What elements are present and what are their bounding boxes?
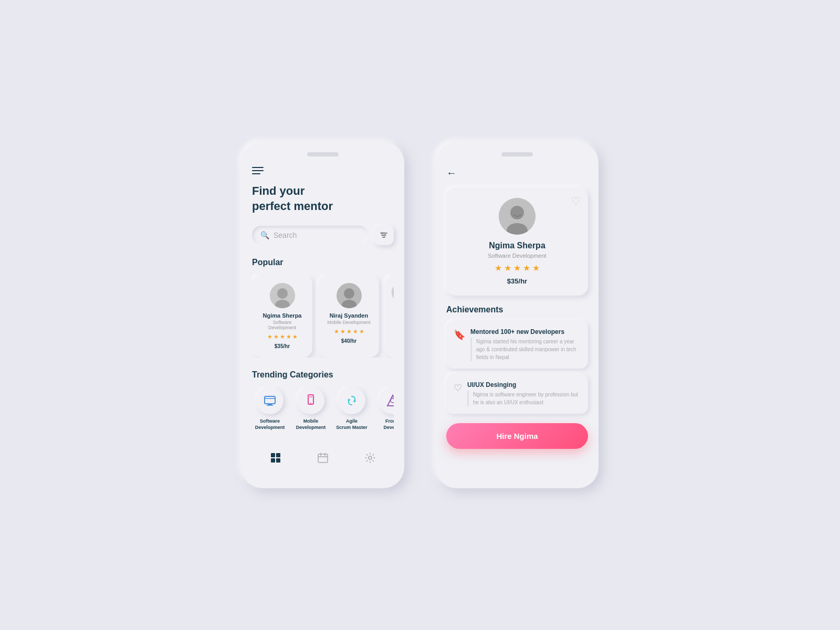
svg-point-18 bbox=[310, 403, 311, 404]
category-agile[interactable]: AgileScrum Master bbox=[334, 387, 370, 430]
mentor-stars-3: ★ bbox=[392, 306, 394, 311]
mentor-stars-2: ★★★★★ bbox=[325, 328, 373, 335]
mentor-card-3: ★ bbox=[385, 275, 394, 358]
achievement-desc-2: Ngima is software engineer by profession… bbox=[473, 391, 581, 406]
achievement-desc-1: Ngima started his mentoring career a yea… bbox=[476, 338, 581, 361]
popular-mentors-row: Ngima Sherpa Software Development ★★★★★ … bbox=[252, 275, 394, 358]
achievement-title-1: Mentored 100+ new Developers bbox=[470, 328, 581, 335]
avatar-1 bbox=[270, 283, 295, 308]
achievement-title-2: UI/UX Desinging bbox=[467, 381, 581, 388]
agile-icon bbox=[338, 387, 365, 414]
achievements-title: Achievements bbox=[446, 305, 588, 314]
bottom-nav bbox=[252, 444, 394, 468]
profile-avatar bbox=[499, 198, 536, 235]
svg-point-4 bbox=[384, 235, 386, 236]
svg-rect-13 bbox=[265, 396, 275, 404]
svg-rect-25 bbox=[276, 453, 280, 457]
phone-notch-right bbox=[501, 152, 533, 156]
mentor-card-1[interactable]: Ngima Sherpa Software Development ★★★★★ … bbox=[252, 275, 312, 358]
menu-icon[interactable] bbox=[252, 167, 394, 174]
avatar-2 bbox=[337, 283, 362, 308]
trending-label: Trending Categories bbox=[252, 370, 394, 380]
category-mobile[interactable]: MobileDevelopment bbox=[293, 387, 329, 430]
achievements-section: Achievements 🔖 Mentored 100+ new Develop… bbox=[446, 305, 588, 414]
svg-point-11 bbox=[392, 283, 394, 302]
back-button[interactable]: ← bbox=[446, 167, 588, 179]
software-icon bbox=[256, 387, 284, 414]
mentor-specialty-2: Mobile Development bbox=[325, 320, 373, 325]
agile-label: AgileScrum Master bbox=[334, 418, 370, 430]
categories-row: SoftwareDevelopment MobileDevelopment bbox=[252, 387, 394, 430]
profile-rate: $35/hr bbox=[455, 277, 580, 285]
svg-point-9 bbox=[344, 288, 354, 299]
category-software[interactable]: SoftwareDevelopment bbox=[252, 387, 288, 430]
svg-rect-28 bbox=[318, 454, 328, 463]
svg-point-6 bbox=[277, 288, 288, 299]
mentor-card-2[interactable]: Niraj Syanden Mobile Development ★★★★★ $… bbox=[319, 275, 379, 358]
frontend-label: FronteDevelop bbox=[375, 418, 394, 430]
achievement-icon-1: 🔖 bbox=[454, 329, 465, 341]
software-label: SoftwareDevelopment bbox=[252, 418, 288, 430]
frontend-icon bbox=[379, 387, 394, 414]
svg-point-32 bbox=[369, 456, 372, 459]
achievement-card-2: ♡ UI/UX Desinging Ngima is software engi… bbox=[446, 374, 588, 414]
right-phone-frame: ← ♡ Ngima Sherpa Software Development ★★… bbox=[436, 142, 598, 488]
phone-notch bbox=[307, 152, 339, 156]
search-placeholder: Search bbox=[274, 231, 297, 239]
svg-rect-24 bbox=[271, 453, 275, 457]
profile-stars: ★★★★★ bbox=[455, 263, 580, 273]
filter-button[interactable] bbox=[374, 225, 394, 245]
profile-specialty: Software Development bbox=[455, 253, 580, 259]
profile-name: Ngima Sherpa bbox=[455, 241, 580, 250]
mentor-stars-1: ★★★★★ bbox=[258, 333, 306, 340]
mobile-label: MobileDevelopment bbox=[293, 418, 329, 430]
search-box[interactable]: 🔍 Search bbox=[252, 226, 369, 245]
svg-rect-27 bbox=[276, 458, 280, 463]
left-phone-frame: Find your perfect mentor 🔍 Search Popula… bbox=[242, 142, 404, 488]
svg-point-3 bbox=[382, 233, 383, 234]
hire-button[interactable]: Hire Ngima bbox=[446, 423, 588, 449]
profile-card: ♡ Ngima Sherpa Software Development ★★★★… bbox=[446, 187, 588, 296]
achievement-content-2: UI/UX Desinging Ngima is software engine… bbox=[467, 381, 581, 406]
mobile-icon bbox=[297, 387, 324, 414]
achievement-icon-2: ♡ bbox=[454, 382, 462, 394]
category-frontend[interactable]: FronteDevelop bbox=[375, 387, 394, 430]
mentor-name-2: Niraj Syanden bbox=[325, 312, 373, 319]
nav-settings[interactable] bbox=[364, 452, 376, 466]
avatar-3 bbox=[392, 283, 394, 302]
nav-home[interactable] bbox=[270, 452, 281, 466]
achievement-content-1: Mentored 100+ new Developers Ngima start… bbox=[470, 328, 581, 361]
nav-calendar[interactable] bbox=[317, 452, 329, 466]
popular-label: Popular bbox=[252, 258, 394, 267]
mentor-name-1: Ngima Sherpa bbox=[258, 312, 306, 319]
svg-point-34 bbox=[510, 206, 524, 219]
page-title: Find your perfect mentor bbox=[252, 184, 394, 214]
mentor-rate-2: $40/hr bbox=[325, 338, 373, 344]
svg-rect-26 bbox=[271, 458, 275, 463]
search-row: 🔍 Search bbox=[252, 225, 394, 245]
svg-point-23 bbox=[391, 398, 394, 403]
mentor-specialty-1: Software Development bbox=[258, 320, 306, 330]
mentor-rate-1: $35/hr bbox=[258, 343, 306, 349]
favorite-button[interactable]: ♡ bbox=[571, 195, 581, 207]
achievement-card-1: 🔖 Mentored 100+ new Developers Ngima sta… bbox=[446, 321, 588, 369]
search-icon: 🔍 bbox=[260, 231, 269, 239]
